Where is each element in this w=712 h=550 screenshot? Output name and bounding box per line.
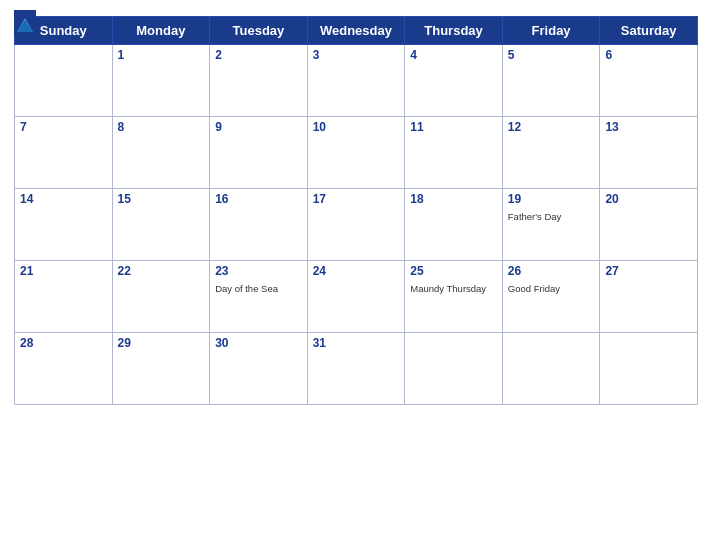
day-number: 4: [410, 48, 497, 62]
day-number: 18: [410, 192, 497, 206]
calendar-cell: 28: [15, 333, 113, 405]
calendar-cell: 30: [210, 333, 308, 405]
calendar-week-4: 212223Day of the Sea2425Maundy Thursday2…: [15, 261, 698, 333]
weekday-header-row: Sunday Monday Tuesday Wednesday Thursday…: [15, 17, 698, 45]
day-number: 12: [508, 120, 595, 134]
day-number: 17: [313, 192, 400, 206]
calendar-cell: 25Maundy Thursday: [405, 261, 503, 333]
calendar-cell: 4: [405, 45, 503, 117]
calendar-cell: 12: [502, 117, 600, 189]
calendar-cell: 5: [502, 45, 600, 117]
calendar-cell: 29: [112, 333, 210, 405]
day-number: 15: [118, 192, 205, 206]
calendar-cell: [405, 333, 503, 405]
day-number: 13: [605, 120, 692, 134]
calendar-page: Sunday Monday Tuesday Wednesday Thursday…: [0, 0, 712, 550]
header-monday: Monday: [112, 17, 210, 45]
calendar-cell: 23Day of the Sea: [210, 261, 308, 333]
calendar-cell: 20: [600, 189, 698, 261]
generalblue-logo: [14, 10, 39, 36]
logo-icon: [14, 10, 36, 36]
day-event: Father's Day: [508, 211, 562, 222]
day-number: 19: [508, 192, 595, 206]
calendar-cell: [15, 45, 113, 117]
day-number: 25: [410, 264, 497, 278]
calendar-week-5: 28293031: [15, 333, 698, 405]
calendar-cell: 22: [112, 261, 210, 333]
day-number: 14: [20, 192, 107, 206]
calendar-week-3: 141516171819Father's Day20: [15, 189, 698, 261]
day-number: 21: [20, 264, 107, 278]
calendar-cell: 1: [112, 45, 210, 117]
calendar-table: Sunday Monday Tuesday Wednesday Thursday…: [14, 16, 698, 405]
calendar-cell: 8: [112, 117, 210, 189]
calendar-cell: 9: [210, 117, 308, 189]
calendar-cell: [502, 333, 600, 405]
day-number: 23: [215, 264, 302, 278]
calendar-cell: 2: [210, 45, 308, 117]
day-number: 7: [20, 120, 107, 134]
calendar-cell: 3: [307, 45, 405, 117]
day-number: 30: [215, 336, 302, 350]
day-event: Good Friday: [508, 283, 560, 294]
calendar-cell: [600, 333, 698, 405]
day-number: 22: [118, 264, 205, 278]
calendar-week-1: 123456: [15, 45, 698, 117]
day-number: 28: [20, 336, 107, 350]
calendar-cell: 10: [307, 117, 405, 189]
calendar-cell: 14: [15, 189, 113, 261]
calendar-cell: 7: [15, 117, 113, 189]
day-number: 8: [118, 120, 205, 134]
day-number: 10: [313, 120, 400, 134]
calendar-cell: 21: [15, 261, 113, 333]
header-friday: Friday: [502, 17, 600, 45]
calendar-cell: 13: [600, 117, 698, 189]
calendar-cell: 16: [210, 189, 308, 261]
calendar-header: Sunday Monday Tuesday Wednesday Thursday…: [15, 17, 698, 45]
day-number: 3: [313, 48, 400, 62]
day-event: Maundy Thursday: [410, 283, 486, 294]
day-number: 31: [313, 336, 400, 350]
calendar-cell: 19Father's Day: [502, 189, 600, 261]
day-number: 5: [508, 48, 595, 62]
calendar-cell: 17: [307, 189, 405, 261]
calendar-cell: 24: [307, 261, 405, 333]
day-number: 24: [313, 264, 400, 278]
day-number: 9: [215, 120, 302, 134]
header-thursday: Thursday: [405, 17, 503, 45]
day-number: 6: [605, 48, 692, 62]
header-tuesday: Tuesday: [210, 17, 308, 45]
day-number: 11: [410, 120, 497, 134]
calendar-cell: 11: [405, 117, 503, 189]
day-number: 26: [508, 264, 595, 278]
calendar-cell: 31: [307, 333, 405, 405]
day-number: 16: [215, 192, 302, 206]
calendar-cell: 6: [600, 45, 698, 117]
calendar-body: 12345678910111213141516171819Father's Da…: [15, 45, 698, 405]
header-saturday: Saturday: [600, 17, 698, 45]
day-number: 1: [118, 48, 205, 62]
header-wednesday: Wednesday: [307, 17, 405, 45]
day-event: Day of the Sea: [215, 283, 278, 294]
day-number: 2: [215, 48, 302, 62]
logo: [14, 10, 39, 36]
calendar-cell: 18: [405, 189, 503, 261]
calendar-week-2: 78910111213: [15, 117, 698, 189]
calendar-cell: 26Good Friday: [502, 261, 600, 333]
calendar-cell: 27: [600, 261, 698, 333]
day-number: 29: [118, 336, 205, 350]
day-number: 20: [605, 192, 692, 206]
calendar-cell: 15: [112, 189, 210, 261]
day-number: 27: [605, 264, 692, 278]
